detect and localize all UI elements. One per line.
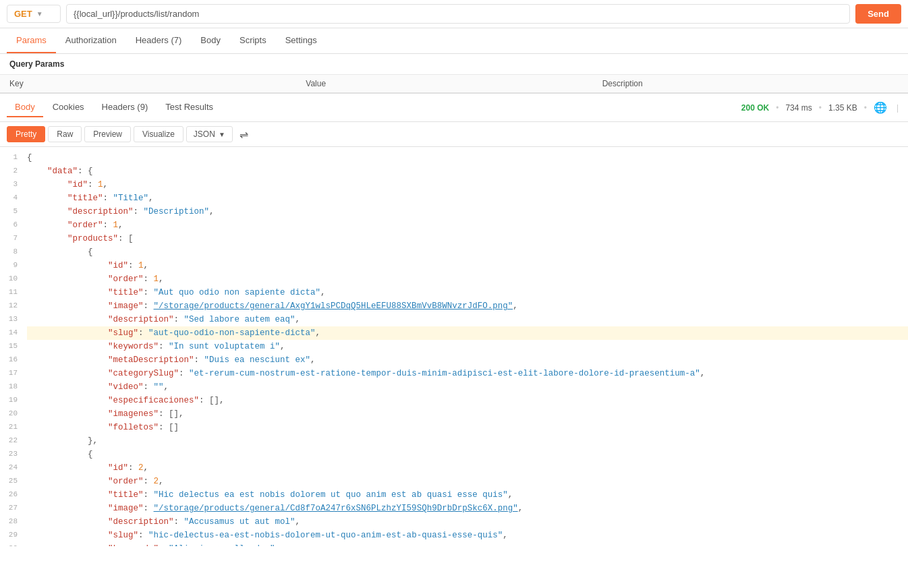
key-column-header: Key (9, 79, 306, 88)
dot-separator2: • (819, 103, 822, 113)
code-line-10: 10 "order": 1, (0, 272, 908, 286)
code-line-26: 26 "title": "Hic delectus ea est nobis d… (0, 488, 908, 502)
line-content: "products": [ (27, 232, 908, 245)
line-number: 19 (0, 394, 27, 407)
code-line-21: 21 "folletos": [] (0, 421, 908, 434)
line-content: "order": 1, (27, 218, 908, 232)
code-line-11: 11 "title": "Aut quo odio non sapiente d… (0, 286, 908, 299)
line-content: "video": "", (27, 380, 908, 394)
request-tabs-bar: Params Authorization Headers (7) Body Sc… (0, 28, 908, 54)
line-content: "folletos": [] (27, 421, 908, 434)
line-content: "slug": "aut-quo-odio-non-sapiente-dicta… (27, 326, 908, 340)
line-number: 16 (0, 353, 27, 366)
line-number: 11 (0, 286, 27, 299)
response-size: 1.35 KB (828, 103, 857, 113)
line-content: "especificaciones": [], (27, 394, 908, 407)
line-content: "image": "/storage/products/general/AxgY… (27, 299, 908, 313)
line-content: "categorySlug": "et-rerum-cum-nostrum-es… (27, 367, 908, 380)
tab-settings[interactable]: Settings (276, 28, 327, 53)
line-content: "metaDescription": "Duis ea nesciunt ex"… (27, 353, 908, 367)
response-tab-body[interactable]: Body (7, 98, 43, 117)
line-content: "description": "Accusamus ut aut mol", (27, 515, 908, 529)
code-line-23: 23 { (0, 448, 908, 461)
line-content: "id": 1, (27, 178, 908, 192)
line-content: "image": "/storage/products/general/Cd8f… (27, 502, 908, 515)
line-number: 2 (0, 165, 27, 177)
view-controls: Pretty Raw Preview Visualize JSON ▼ ⇌ (0, 122, 908, 147)
line-number: 8 (0, 245, 27, 258)
method-label: GET (14, 9, 32, 19)
line-content: "id": 2, (27, 461, 908, 475)
code-line-17: 17 "categorySlug": "et-rerum-cum-nostrum… (0, 367, 908, 380)
value-column-header: Value (306, 79, 602, 88)
dot-separator3: • (864, 103, 867, 113)
globe-icon[interactable]: 🌐 (874, 101, 887, 114)
filter-icon[interactable]: ⇌ (239, 128, 248, 141)
code-line-12: 12 "image": "/storage/products/general/A… (0, 299, 908, 313)
line-content: "keywords": "In sunt voluptatem i", (27, 340, 908, 353)
line-number: 15 (0, 340, 27, 353)
visualize-button[interactable]: Visualize (134, 126, 183, 142)
code-line-7: 7 "products": [ (0, 232, 908, 245)
line-content: "keywords": "Aliquip repellendus", (27, 542, 908, 546)
line-number: 23 (0, 448, 27, 461)
code-line-18: 18 "video": "", (0, 380, 908, 394)
line-number: 29 (0, 529, 27, 541)
tab-authorization[interactable]: Authorization (56, 28, 126, 53)
line-number: 18 (0, 380, 27, 393)
line-number: 25 (0, 475, 27, 488)
line-content: "id": 1, (27, 259, 908, 272)
line-number: 13 (0, 313, 27, 326)
code-line-22: 22 }, (0, 434, 908, 448)
line-content: "description": "Sed labore autem eaq", (27, 313, 908, 326)
tab-scripts[interactable]: Scripts (230, 28, 276, 53)
line-number: 28 (0, 515, 27, 528)
line-number: 24 (0, 461, 27, 474)
pretty-button[interactable]: Pretty (7, 126, 45, 142)
line-number: 10 (0, 272, 27, 285)
code-line-13: 13 "description": "Sed labore autem eaq"… (0, 313, 908, 326)
line-content: "slug": "hic-delectus-ea-est-nobis-dolor… (27, 529, 908, 542)
code-line-16: 16 "metaDescription": "Duis ea nesciunt … (0, 353, 908, 367)
code-line-8: 8 { (0, 245, 908, 259)
tab-body[interactable]: Body (191, 28, 230, 53)
json-chevron-icon: ▼ (219, 131, 225, 138)
code-line-24: 24 "id": 2, (0, 461, 908, 475)
query-params-label: Query Params (9, 59, 64, 69)
line-content: "title": "Aut quo odio non sapiente dict… (27, 286, 908, 299)
code-line-27: 27 "image": "/storage/products/general/C… (0, 502, 908, 515)
description-column-header: Description (602, 79, 899, 88)
line-content: "description": "Description", (27, 205, 908, 218)
line-content: "imagenes": [], (27, 407, 908, 421)
response-bar: Body Cookies Headers (9) Test Results 20… (0, 94, 908, 122)
tab-headers[interactable]: Headers (7) (126, 28, 192, 53)
top-bar: GET ▼ Send (0, 0, 908, 28)
code-line-14: 14 "slug": "aut-quo-odio-non-sapiente-di… (0, 326, 908, 340)
line-number: 4 (0, 192, 27, 204)
line-content: "order": 1, (27, 272, 908, 286)
tab-params[interactable]: Params (7, 28, 56, 53)
url-input[interactable] (66, 4, 850, 24)
code-line-25: 25 "order": 2, (0, 475, 908, 488)
query-params-section: Query Params (0, 54, 908, 75)
params-table-header: Key Value Description (0, 75, 908, 93)
line-number: 30 (0, 542, 27, 546)
code-line-2: 2 "data": { (0, 165, 908, 178)
line-number: 20 (0, 407, 27, 420)
preview-button[interactable]: Preview (84, 126, 131, 142)
line-number: 7 (0, 232, 27, 245)
code-line-1: 1 { (0, 151, 908, 165)
response-tab-headers[interactable]: Headers (9) (94, 98, 157, 117)
line-number: 1 (0, 151, 27, 164)
method-chevron-icon: ▼ (36, 10, 43, 18)
line-number: 12 (0, 299, 27, 312)
method-select[interactable]: GET ▼ (7, 5, 61, 23)
line-number: 21 (0, 421, 27, 434)
json-format-label: JSON (194, 129, 215, 139)
raw-button[interactable]: Raw (48, 126, 82, 142)
response-tab-test-results[interactable]: Test Results (157, 98, 221, 117)
response-tab-cookies[interactable]: Cookies (45, 98, 92, 117)
response-code-area[interactable]: 1 { 2 "data": { 3 "id": 1, 4 "title": "T… (0, 147, 908, 546)
send-button[interactable]: Send (855, 4, 901, 24)
json-format-dropdown[interactable]: JSON ▼ (186, 126, 233, 142)
